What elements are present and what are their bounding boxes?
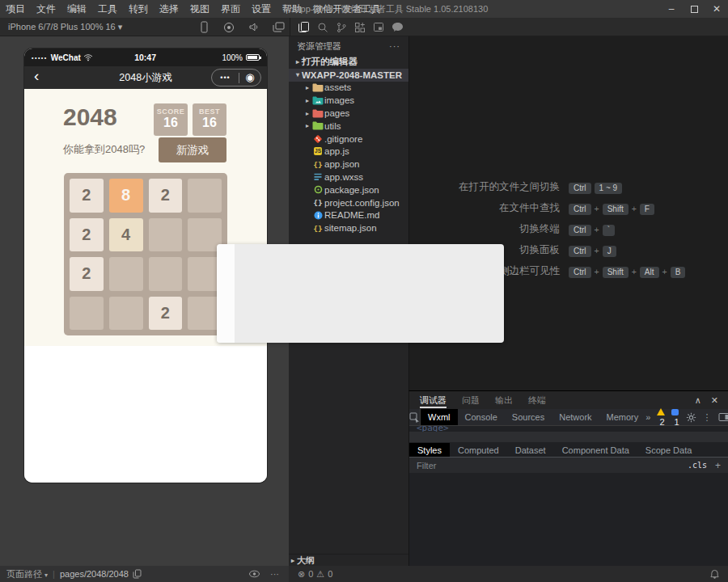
menu-item-4[interactable]: 转到	[123, 2, 154, 16]
keycap: Ctrl	[569, 267, 591, 278]
tree-item-wxapp-2048-master[interactable]: ▾WXAPP-2048-MASTER	[289, 69, 408, 82]
collapse-panel-icon[interactable]: ∧	[695, 395, 701, 406]
errors-count[interactable]: 0	[308, 569, 313, 579]
menu-item-5[interactable]: 选择	[154, 2, 184, 16]
tree-item-app-js[interactable]: JSapp.js	[289, 146, 408, 158]
tree-item-0[interactable]: ▸打开的编辑器	[289, 56, 408, 69]
styles-tab-scope-data[interactable]: Scope Data	[637, 443, 700, 457]
menu-item-8[interactable]: 设置	[246, 2, 277, 16]
tree-item-sitemap-json[interactable]: {}sitemap.json	[289, 221, 408, 234]
issues-badge[interactable]: 1	[671, 407, 679, 427]
tree-item-pages[interactable]: ▸pages	[289, 107, 408, 120]
close-button[interactable]: ✕	[705, 0, 728, 18]
page-path-label: 页面路径	[6, 569, 42, 579]
overflow-menu-icon[interactable]: ⋮	[703, 412, 712, 423]
settings-gear-icon[interactable]	[686, 412, 696, 423]
menu-item-1[interactable]: 文件	[31, 2, 61, 16]
plus-separator: +	[632, 267, 637, 276]
new-style-rule-icon[interactable]: +	[715, 460, 721, 471]
debugger-tab-1[interactable]: 问题	[462, 391, 480, 409]
styles-tab-component-data[interactable]: Component Data	[554, 443, 637, 457]
devtools-tab-console[interactable]: Console	[458, 409, 505, 425]
tree-item-project-config-json[interactable]: {}project.config.json	[289, 196, 408, 209]
clock-label: 10:47	[69, 53, 222, 62]
elements-tree[interactable]: <page>	[409, 426, 728, 443]
tree-item-assets[interactable]: ▸assets	[289, 82, 408, 95]
footer-more-icon[interactable]: ···	[270, 569, 279, 579]
wechat-logo-icon[interactable]	[392, 22, 404, 32]
menu-item-3[interactable]: 工具	[92, 2, 123, 16]
npm-icon	[311, 185, 324, 194]
more-actions-icon[interactable]: ···	[389, 41, 400, 51]
tree-item-utils[interactable]: ▸utils	[289, 120, 408, 133]
exit-miniprogram-button[interactable]: ◉	[239, 70, 260, 86]
best-label: BEST	[193, 108, 226, 116]
search-icon[interactable]	[317, 22, 328, 33]
device-selector[interactable]: iPhone 6/7/8 Plus 100% 16 ▾	[8, 18, 122, 36]
multi-window-icon[interactable]	[273, 22, 285, 32]
minimize-button[interactable]: –	[660, 0, 683, 18]
filter-input[interactable]: Filter	[417, 461, 436, 470]
tree-item-gitignore[interactable]: .gitignore	[289, 133, 408, 146]
warnings-badge[interactable]: 2	[657, 407, 665, 427]
tree-item-package-json[interactable]: package.json	[289, 183, 408, 196]
score-value: 16	[154, 116, 188, 129]
more-menu-button[interactable]: •••	[212, 74, 239, 82]
menu-item-2[interactable]: 编辑	[61, 2, 92, 16]
score-box: SCORE 16	[154, 103, 188, 136]
devtools-tab-sources[interactable]: Sources	[505, 409, 552, 425]
eye-icon[interactable]	[248, 570, 260, 578]
shortcut-keys: Ctrl+Shift+F	[567, 200, 656, 215]
styles-tab-computed[interactable]: Computed	[450, 443, 507, 457]
mute-icon[interactable]	[248, 22, 259, 32]
menu-item-7[interactable]: 界面	[215, 2, 246, 16]
game-board[interactable]: 2822422	[64, 173, 227, 335]
chevron-down-icon: ▾	[118, 22, 123, 32]
devtools-tab-wxml[interactable]: Wxml	[421, 409, 458, 425]
floating-overlay-panel	[217, 244, 504, 343]
explorer-icon[interactable]	[298, 21, 310, 33]
page-path-selector[interactable]: 页面路径 ▾	[6, 568, 48, 580]
styles-tab-dataset[interactable]: Dataset	[507, 443, 554, 457]
inspect-element-icon[interactable]	[409, 409, 421, 425]
source-control-icon[interactable]	[336, 22, 347, 33]
toolbar: iPhone 6/7/8 Plus 100% 16 ▾	[0, 18, 728, 36]
warnings-count[interactable]: 0	[328, 569, 332, 579]
tile-2-4: 2	[70, 218, 104, 252]
menu-item-0[interactable]: 项目	[0, 2, 31, 16]
toggle-class-button[interactable]: .cls	[688, 461, 707, 470]
maximize-button[interactable]	[683, 0, 705, 18]
devtools-tab-memory[interactable]: Memory	[599, 409, 646, 425]
debugger-tab-2[interactable]: 输出	[495, 391, 513, 409]
menu-item-6[interactable]: 视图	[184, 2, 215, 16]
styles-tab-styles[interactable]: Styles	[409, 443, 450, 457]
copy-path-icon[interactable]	[133, 569, 142, 579]
tree-item-app-json[interactable]: {}app.json	[289, 158, 408, 171]
debugger-tab-3[interactable]: 终端	[528, 391, 546, 409]
preview-icon[interactable]	[373, 22, 384, 32]
shortcut-label: 在文件中查找	[409, 201, 567, 215]
tree-item-images[interactable]: ▸images	[289, 94, 408, 107]
capsule-buttons: ••• ◉	[211, 69, 261, 86]
new-game-button[interactable]: 新游戏	[159, 137, 226, 162]
footer-divider: |	[53, 569, 55, 579]
close-panel-icon[interactable]: ✕	[711, 395, 718, 406]
debugger-window-buttons: ∧ ✕	[695, 395, 728, 406]
tree-item-app-wxss[interactable]: app.wxss	[289, 171, 408, 183]
devtools-tab-network[interactable]: Network	[552, 409, 599, 425]
tile-empty-10	[149, 257, 183, 291]
tree-item-label: .gitignore	[324, 134, 362, 144]
notifications-bell-icon[interactable]	[710, 569, 719, 580]
extensions-icon[interactable]	[354, 22, 366, 33]
device-icon[interactable]	[199, 21, 210, 33]
dock-side-icon[interactable]	[718, 412, 728, 422]
best-box: BEST 16	[193, 103, 226, 136]
outline-section[interactable]: ▸ 大纲	[289, 554, 408, 566]
signal-dots-icon: •••••	[32, 55, 48, 61]
back-icon[interactable]: ‹	[34, 67, 39, 85]
more-tabs-icon[interactable]: »	[645, 412, 650, 422]
debugger-tab-0[interactable]: 调试器	[420, 391, 447, 409]
compile-mode-icon[interactable]	[223, 22, 235, 33]
tree-item-readme-md[interactable]: README.md	[289, 209, 408, 222]
shortcut-keys: Ctrl+Shift+Alt+B	[567, 264, 687, 278]
